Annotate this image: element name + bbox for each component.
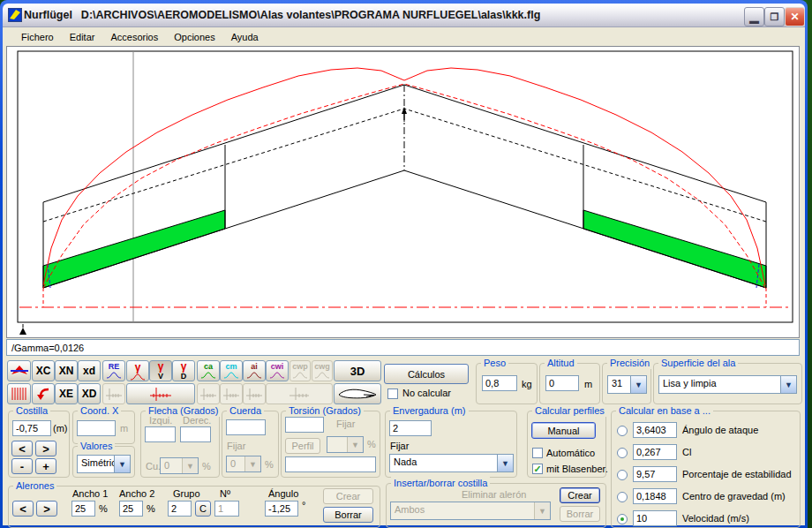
precision-select[interactable]: 31 ▼ [607, 375, 647, 394]
minimize-button[interactable]: ▬ [744, 7, 764, 26]
axis-plot-button-4[interactable] [243, 383, 266, 404]
cwg-plot-button[interactable]: cwg [312, 360, 333, 381]
automatico-checkbox[interactable] [532, 448, 543, 458]
torsion-extra-input[interactable] [285, 456, 376, 472]
grupo-input[interactable] [168, 501, 192, 517]
menu-fichero[interactable]: Fichero [13, 29, 62, 45]
menu-editar[interactable]: Editar [62, 29, 103, 45]
costilla-input[interactable] [12, 420, 51, 436]
torsion-input[interactable] [285, 417, 324, 433]
manual-button[interactable]: Manual [531, 422, 596, 439]
altitud-input[interactable] [545, 375, 579, 391]
view-3d-button[interactable]: 3D [334, 360, 381, 381]
ancho1-input[interactable] [71, 501, 95, 517]
blasenber-checkbox[interactable]: ✓ [532, 464, 543, 474]
chevron-down-icon[interactable]: ▼ [780, 376, 796, 393]
gamma-plot-button[interactable]: γ [126, 360, 149, 381]
costilla-prev-button[interactable]: < [11, 441, 33, 456]
app-window: Nurflügel D:\ARCHIVOS\AEROMODELISMO\Alas… [0, 0, 808, 528]
undo-button[interactable] [32, 383, 55, 404]
calcular-base-group-label: Calcular en base a ... [616, 404, 713, 417]
no-calcular-checkbox[interactable] [387, 388, 398, 399]
aleron-prev-button[interactable]: < [12, 501, 34, 517]
xc-label: XC [36, 366, 51, 376]
gamma-v-plot-button[interactable]: γ V [149, 360, 172, 381]
flecha-cu-label: Cu. [146, 461, 161, 472]
radio-angulo-ataque[interactable] [617, 426, 628, 436]
cwi-plot-button[interactable]: cwi [266, 360, 289, 381]
flecha-izq-input[interactable] [145, 426, 176, 442]
angulo-ataque-input[interactable] [633, 422, 677, 438]
axis-plot-button-3[interactable] [220, 383, 243, 404]
wing-view-button[interactable] [7, 360, 31, 381]
close-button[interactable]: ✕ [785, 7, 805, 26]
radio-centro-gravedad[interactable] [617, 492, 628, 502]
re-plot-button[interactable]: RE [102, 360, 125, 381]
xe-button[interactable]: XE [55, 383, 78, 404]
envergadura-fijar-select[interactable]: Nada ▼ [389, 454, 514, 472]
altitud-group-label: Altitud [545, 357, 577, 369]
eliminar-aleron-select: Ambos ▼ [390, 502, 551, 520]
ai-plot-button[interactable]: ai [243, 360, 266, 381]
axis-plot-button-active[interactable] [126, 383, 195, 404]
radio-velocidad[interactable] [617, 514, 628, 524]
angulo-input[interactable] [265, 501, 298, 517]
velocidad-input[interactable] [633, 510, 677, 526]
peso-input[interactable] [482, 375, 517, 391]
valores-select[interactable]: Simétrico ▼ [77, 455, 131, 473]
aleron-crear-button[interactable]: Crear [323, 488, 373, 504]
peso-group: Peso kg [476, 363, 538, 404]
xc-button[interactable]: XC [32, 360, 55, 381]
coord-x-input[interactable] [77, 420, 116, 436]
xn-button[interactable]: XN [55, 360, 78, 381]
crear-label: Crear [568, 490, 592, 501]
calculos-button[interactable]: Cálculos [384, 364, 469, 384]
flecha-izq-label: Izqui. [149, 415, 172, 426]
chevron-down-icon[interactable]: ▼ [497, 455, 513, 471]
next-label: > [43, 502, 50, 516]
ribs-view-button[interactable] [7, 383, 31, 404]
costilla-crear-button[interactable]: Crear [560, 487, 600, 503]
aleron-borrar-button[interactable]: Borrar [323, 507, 373, 523]
chevron-down-icon[interactable]: ▼ [114, 456, 130, 472]
menu-opciones[interactable]: Opciones [166, 29, 222, 45]
axis-plot-button-5[interactable] [266, 383, 333, 404]
ancho2-input[interactable] [119, 501, 143, 517]
cl-input[interactable] [633, 444, 677, 460]
axis-plot-button-1[interactable] [102, 383, 125, 404]
menu-accesorios[interactable]: Accesorios [102, 29, 166, 45]
axis-plot-button-2[interactable] [197, 383, 220, 404]
insertar-group-label: Insertar/borrar costilla [391, 477, 490, 489]
cuerda-input[interactable] [226, 419, 266, 435]
costilla-next-button[interactable]: > [35, 441, 56, 456]
aleron-next-button[interactable]: > [36, 501, 57, 517]
wing-drawing-canvas[interactable] [6, 46, 800, 338]
chevron-down-icon[interactable]: ▼ [630, 376, 646, 393]
radio-cl[interactable] [617, 448, 628, 458]
ca-plot-button[interactable]: ca [197, 360, 220, 381]
xd-button[interactable]: xd [78, 360, 101, 381]
torsion-perfil-button[interactable]: Perfil [285, 438, 320, 454]
cm-plot-button[interactable]: cm [220, 360, 243, 381]
flecha-der-input[interactable] [180, 426, 211, 442]
costilla-minus-button[interactable]: - [11, 458, 33, 474]
centro-gravedad-input[interactable] [633, 488, 677, 504]
maximize-button[interactable]: ❐ [764, 7, 785, 26]
cwp-plot-button[interactable]: cwp [289, 360, 311, 381]
menu-ayuda[interactable]: Ayuda [223, 29, 267, 45]
costilla-borrar-button[interactable]: Borrar [560, 506, 600, 522]
position-marker[interactable] [19, 328, 26, 335]
airfoil-view-button[interactable] [334, 383, 381, 404]
grupo-c-button[interactable]: C [195, 501, 211, 517]
chevron-down-icon: ▼ [182, 458, 198, 473]
valores-group-label: Valores [78, 440, 115, 452]
radio-estabilidad[interactable] [617, 470, 628, 480]
cuerda-group: Cuerda Fijar 0 ▼ % [222, 411, 279, 478]
costilla-plus-button[interactable]: + [35, 458, 56, 474]
estabilidad-input[interactable] [633, 466, 677, 482]
xd-right-button[interactable]: XD [78, 383, 101, 404]
cwp-label: cwp [292, 363, 308, 371]
gamma-d-plot-button[interactable]: γ D [172, 360, 195, 381]
superficie-select[interactable]: Lisa y limpia ▼ [658, 375, 797, 394]
envergadura-input[interactable] [389, 420, 432, 436]
